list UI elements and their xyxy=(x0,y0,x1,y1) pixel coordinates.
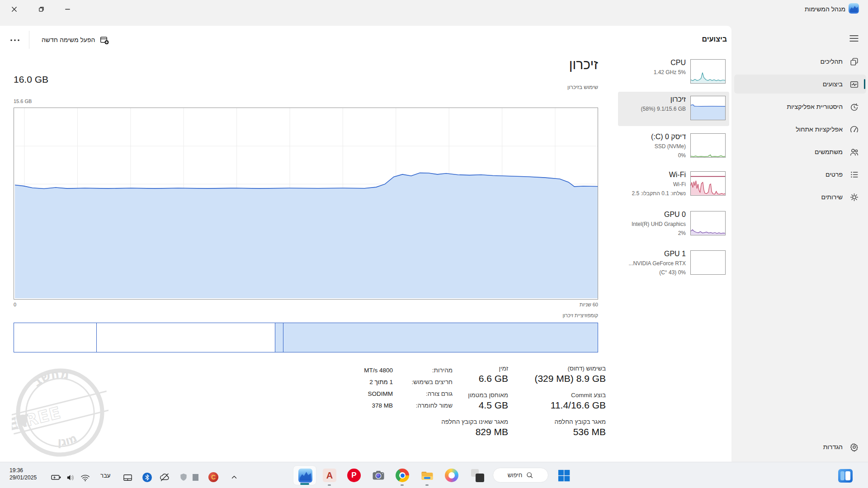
sidebar-item-performance[interactable]: ביצועים xyxy=(734,75,866,94)
perf-item-sub: (58%) 9.1/15.6 GB xyxy=(622,104,686,113)
sidebar-item-app-history[interactable]: היסטוריית אפליקציות xyxy=(734,97,866,116)
memory-usage-chart xyxy=(14,108,598,300)
sidebar-item-services[interactable]: שירותים xyxy=(734,188,866,206)
close-button[interactable] xyxy=(8,4,20,14)
composition-segment-free xyxy=(14,323,96,352)
memory-hardware-details: מהירות:MT/s 4800 חריצים בשימוש:1 מתוך 2 … xyxy=(352,367,453,414)
perf-item-sub: (C° 43) 0% xyxy=(622,268,686,277)
taskbar-clock[interactable]: 19:36 29/01/2025 xyxy=(9,467,37,481)
battery-button[interactable] xyxy=(51,472,61,483)
taskbar-chrome-button[interactable] xyxy=(395,468,410,483)
selected-accent-bar xyxy=(864,79,866,89)
perf-item-gpu0[interactable]: GPU 0 Intel(R) UHD Graphics 2% xyxy=(618,207,729,240)
sidebar-item-details[interactable]: פרטים xyxy=(734,165,866,184)
memory-composition-bar[interactable] xyxy=(14,323,598,352)
sidebar-item-label: שירותים xyxy=(821,193,843,201)
language-indicator[interactable]: עבר xyxy=(100,472,110,479)
active-app-indicator xyxy=(300,483,309,485)
perf-item-title: זיכרון xyxy=(622,94,686,104)
taskbar-start-button[interactable] xyxy=(557,468,571,483)
security-shield-button[interactable] xyxy=(178,472,189,483)
perf-item-disk0[interactable]: דיסק 0 (C:) SSD (NVMe) 0% xyxy=(618,129,729,163)
perf-item-title: GPU 0 xyxy=(622,210,686,220)
memory-page-title: זיכרון xyxy=(569,57,598,72)
memory-composition-label: קומפוזיציית זיכרון xyxy=(562,313,598,318)
clock-date: 29/01/2025 xyxy=(9,474,37,481)
composition-segment-modified xyxy=(275,323,283,352)
taskbar-widgets-button[interactable] xyxy=(838,469,853,483)
x-axis-min-label: 0 xyxy=(14,302,16,307)
hamburger-icon xyxy=(849,35,859,42)
processes-icon xyxy=(849,57,859,66)
stat-label: בוצע Commit xyxy=(534,392,606,399)
sidebar-item-label: היסטוריית אפליקציות xyxy=(787,103,843,110)
details-icon xyxy=(849,170,859,179)
minimize-icon xyxy=(64,6,71,13)
clock-time: 19:36 xyxy=(9,467,37,474)
perf-item-sub: Wi-Fi xyxy=(622,180,686,189)
taskbar-autocad-button[interactable]: A xyxy=(322,468,337,483)
shield-icon xyxy=(179,473,188,482)
perf-item-cpu[interactable]: CPU 1.42 GHz 5% xyxy=(618,55,729,86)
taskbar-snip-button[interactable] xyxy=(470,468,485,483)
stat-label: מאגר בקובץ החלפה xyxy=(534,418,606,425)
perf-item-sub: 2% xyxy=(622,229,686,238)
tray-overflow-button[interactable] xyxy=(229,472,240,483)
taskbar-camera-button[interactable] xyxy=(371,468,386,483)
taskbar-search-box[interactable]: חיפוש xyxy=(493,468,548,483)
sidebar-item-processes[interactable]: תהליכים xyxy=(734,52,866,71)
stat-label: בשימוש (דחוס) xyxy=(534,365,606,372)
startup-apps-icon xyxy=(849,125,859,134)
detail-value: SODIMM xyxy=(352,390,393,402)
restore-button[interactable] xyxy=(35,4,47,14)
speaker-icon xyxy=(66,472,76,483)
detail-label: גורם צורה: xyxy=(415,390,453,402)
perf-item-sub: 0% xyxy=(622,151,686,160)
chrome-icon xyxy=(396,469,409,482)
touchpad-button[interactable] xyxy=(122,472,133,483)
perf-item-gpu1[interactable]: GPU 1 ...NVIDIA GeForce RTX (C° 43) 0% xyxy=(618,246,729,280)
x-axis-max-label: 60 שניות xyxy=(580,302,598,307)
taskbar-file-explorer-button[interactable] xyxy=(420,468,434,483)
taskbar-task-manager-button[interactable] xyxy=(298,468,312,483)
sidebar-item-label: משתמשים xyxy=(815,148,843,155)
taskbar-copilot-button[interactable] xyxy=(444,468,459,483)
search-placeholder: חיפוש xyxy=(508,472,522,479)
stat-value: 829 MB xyxy=(441,427,508,437)
performance-icon xyxy=(849,80,859,89)
sidebar-item-settings[interactable]: הגדרות xyxy=(734,437,866,456)
new-task-icon xyxy=(99,35,109,45)
perf-item-sub: 1.42 GHz 5% xyxy=(622,68,686,77)
running-indicator-dot xyxy=(425,484,429,486)
run-new-task-button[interactable]: הפעל משימה חדשה xyxy=(37,32,113,48)
perf-item-sub: נשלחו: 0.1 התקבלו: 2.5 xyxy=(622,189,686,198)
window-title: מנהל המשימות xyxy=(805,5,845,13)
gpu1-thumbnail-chart xyxy=(690,250,726,275)
minimize-button[interactable] xyxy=(61,4,73,14)
perf-item-memory[interactable]: זיכרון (58%) 9.1/15.6 GB xyxy=(618,92,729,126)
more-options-button[interactable] xyxy=(6,33,24,47)
widgets-icon xyxy=(840,471,844,480)
settings-label: הגדרות xyxy=(823,443,843,450)
stat-value: 11.4/16.6 GB xyxy=(534,400,606,411)
onedrive-paused-button[interactable] xyxy=(159,472,170,483)
perf-item-wifi[interactable]: Wi-Fi Wi-Fi נשלחו: 0.1 התקבלו: 2.5 xyxy=(618,167,729,201)
volume-button[interactable] xyxy=(65,472,76,483)
sidebar-item-startup-apps[interactable]: אפליקציות אתחול xyxy=(734,120,866,139)
running-indicator-dot xyxy=(401,484,404,486)
composition-segment-in_use xyxy=(283,323,598,352)
bluetooth-button[interactable] xyxy=(142,472,152,483)
file-explorer-icon xyxy=(420,469,434,482)
taskbar-pinterest-button[interactable]: P xyxy=(347,468,361,483)
autocad-icon: A xyxy=(323,469,336,482)
sidebar-item-users[interactable]: משתמשים xyxy=(734,142,866,161)
tray-app-button[interactable] xyxy=(190,472,201,483)
nav-toggle-button[interactable] xyxy=(847,32,861,45)
cloud-off-icon xyxy=(159,472,170,483)
ccleaner-button[interactable]: C xyxy=(208,472,219,483)
cpu-thumbnail-chart xyxy=(690,59,726,84)
perf-item-sub: ...NVIDIA GeForce RTX xyxy=(622,259,686,268)
bluetooth-icon xyxy=(142,473,152,482)
wifi-tray-button[interactable] xyxy=(80,472,90,483)
sidebar-item-label: ביצועים xyxy=(823,80,843,88)
